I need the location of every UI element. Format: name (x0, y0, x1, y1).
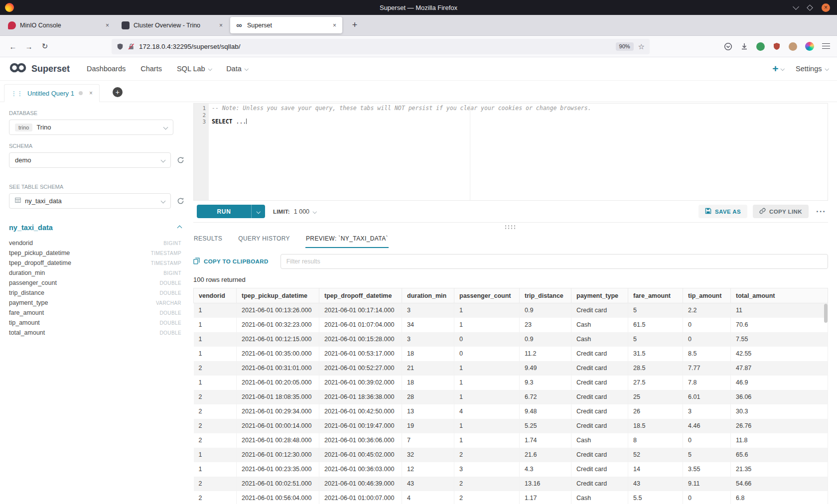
nav-item-dashboards[interactable]: Dashboards (87, 65, 126, 73)
ublock-shield-icon[interactable] (773, 42, 781, 50)
run-options-caret[interactable] (252, 210, 265, 213)
tab-close-icon[interactable]: × (218, 22, 224, 29)
pane-resize-handle[interactable] (504, 225, 517, 229)
results-tab[interactable]: QUERY HISTORY (238, 230, 290, 248)
column-header[interactable]: tip_amount (683, 288, 731, 303)
table-cell: 2021-06-01 00:20:05.000 (237, 376, 319, 390)
refresh-schemas-icon[interactable] (177, 156, 184, 164)
results-tab[interactable]: PREVIEW: `NY_TAXI_DATA` (305, 230, 389, 248)
nav-item-charts[interactable]: Charts (140, 65, 162, 73)
reload-button[interactable] (37, 39, 53, 54)
results-tab[interactable]: RESULTS (193, 230, 223, 248)
window-minimize-icon[interactable] (793, 3, 799, 10)
app-nav: DashboardsChartsSQL LabData (87, 65, 248, 73)
column-header[interactable]: total_amount (731, 288, 828, 303)
editor-code[interactable]: -- Note: Unless you save your query, the… (209, 104, 828, 200)
schema-column-row: total_amountDOUBLE (9, 328, 184, 338)
column-header[interactable]: payment_type (571, 288, 628, 303)
insecure-lock-icon[interactable] (128, 43, 135, 50)
tab-close-icon[interactable]: × (105, 22, 110, 29)
table-cell: 3 (402, 332, 454, 347)
table-cell: 43 (628, 477, 683, 491)
drag-handle-icon[interactable] (11, 89, 23, 97)
back-button[interactable] (5, 39, 21, 54)
table-cell: 2021-06-01 00:00:14.000 (237, 419, 319, 433)
window-close-icon[interactable] (822, 3, 830, 12)
window-maximize-icon[interactable] (807, 4, 813, 11)
header-right: Settings (772, 63, 828, 74)
column-header[interactable]: vendorid (194, 288, 237, 303)
query-tab[interactable]: Untitled Query 1 (4, 84, 100, 102)
run-button[interactable]: RUN (197, 205, 265, 218)
results-table-body: 12021-06-01 00:13:26.0002021-06-01 00:17… (194, 303, 828, 504)
table-cell: 1 (194, 347, 237, 361)
browser-tab[interactable]: Superset× (230, 17, 342, 33)
downloads-icon[interactable] (740, 42, 748, 50)
results-header-row: vendoridtpep_pickup_datetimetpep_dropoff… (194, 288, 828, 303)
zoom-level-badge[interactable]: 90% (616, 42, 634, 51)
bookmark-star-icon[interactable] (638, 43, 645, 50)
menu-button[interactable] (822, 43, 830, 50)
extension-pinwheel-icon[interactable] (805, 42, 814, 51)
tab-close-icon[interactable]: × (332, 22, 337, 29)
table-cell: 32 (402, 448, 454, 462)
nav-item-sql-lab[interactable]: SQL Lab (177, 65, 211, 73)
nav-item-data[interactable]: Data (226, 65, 248, 73)
add-query-tab-button[interactable] (113, 87, 123, 97)
table-scrollbar-thumb[interactable] (824, 304, 828, 323)
settings-menu[interactable]: Settings (796, 65, 828, 73)
table-name[interactable]: ny_taxi_data (9, 224, 53, 232)
pocket-icon[interactable] (724, 42, 732, 51)
table-cell: 2 (194, 361, 237, 376)
filter-results-input[interactable] (280, 254, 828, 269)
new-tab-button[interactable] (348, 18, 362, 32)
table-row: 22021-06-01 00:29:34.0002021-06-01 00:42… (194, 404, 828, 419)
database-label: DATABASE (9, 110, 184, 116)
table-cell: 11.8 (731, 433, 828, 448)
table-cell: 1 (454, 390, 520, 404)
limit-dropdown[interactable]: LIMIT: 1 000 (273, 208, 316, 215)
table-cell: Credit card (571, 303, 628, 318)
database-select[interactable]: trino Trino (9, 120, 173, 135)
column-header[interactable]: tpep_dropoff_datetime (319, 288, 402, 303)
new-item-button[interactable] (772, 63, 784, 74)
superset-logo-icon (9, 62, 27, 75)
table-row: 12021-06-01 00:23:35.0002021-06-01 00:36… (194, 462, 828, 477)
refresh-tables-icon[interactable] (177, 197, 184, 205)
shield-icon[interactable] (117, 43, 124, 50)
collapse-table-button[interactable] (178, 226, 181, 230)
query-tab-close-icon[interactable] (89, 90, 93, 97)
copy-link-button[interactable]: COPY LINK (753, 205, 809, 218)
column-type: VARCHAR (156, 300, 181, 306)
extension-green-icon[interactable] (756, 42, 765, 51)
table-cell: 1 (194, 376, 237, 390)
copy-to-clipboard-button[interactable]: COPY TO CLIPBOARD (193, 257, 269, 265)
schema-select[interactable]: demo (9, 152, 171, 168)
schema-column-row: vendoridBIGINT (9, 238, 184, 248)
column-type: DOUBLE (159, 290, 181, 296)
superset-brand[interactable]: Superset (9, 62, 70, 75)
more-options-button[interactable] (814, 207, 828, 217)
editor-code-lines: -- Note: Unless you save your query, the… (212, 105, 828, 126)
table-cell: 2021-06-01 18:08:35.000 (237, 390, 319, 404)
browser-tab[interactable]: Cluster Overview - Trino× (117, 17, 229, 33)
link-icon (759, 208, 766, 215)
forward-button[interactable] (21, 39, 37, 54)
table-cell: 1 (454, 433, 520, 448)
column-header[interactable]: fare_amount (628, 288, 683, 303)
column-header[interactable]: duration_min (402, 288, 454, 303)
table-cell: 2021-06-01 00:39:02.000 (319, 376, 402, 390)
extension-avatar-icon[interactable] (789, 42, 797, 51)
table-select[interactable]: ny_taxi_data (9, 193, 171, 209)
table-cell: 2021-06-01 00:36:06.000 (319, 433, 402, 448)
column-header[interactable]: tpep_pickup_datetime (237, 288, 319, 303)
column-header[interactable]: trip_distance (520, 288, 571, 303)
table-cell: Cash (571, 318, 628, 332)
browser-tab[interactable]: MinIO Console× (3, 17, 115, 33)
table-cell: 1 (194, 462, 237, 477)
save-as-button[interactable]: SAVE AS (698, 205, 747, 218)
url-bar[interactable]: 172.18.0.4:32295/superset/sqllab/ 90% (112, 39, 650, 54)
column-header[interactable]: passenger_count (454, 288, 520, 303)
table-cell: 43 (402, 477, 454, 491)
url-text[interactable]: 172.18.0.4:32295/superset/sqllab/ (139, 43, 240, 50)
